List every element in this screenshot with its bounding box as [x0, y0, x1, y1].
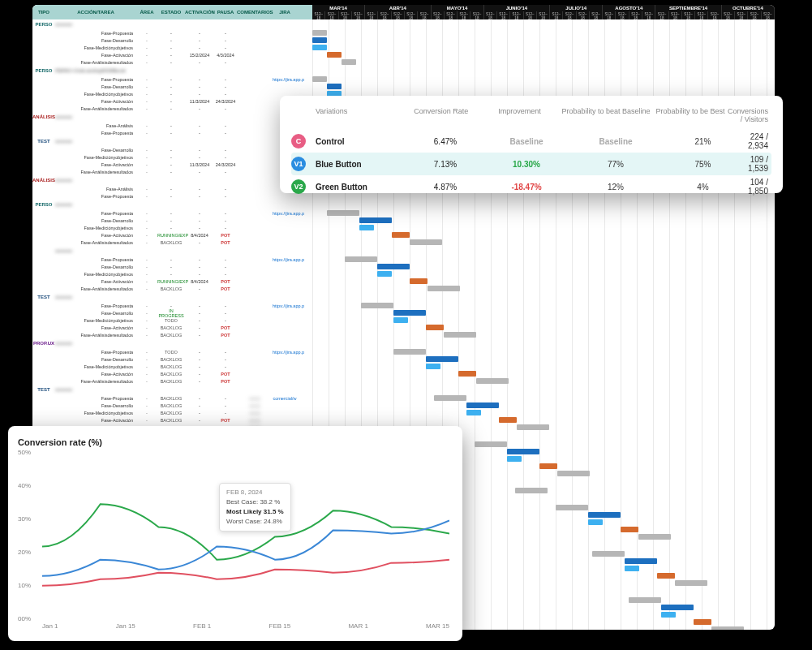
gantt-bar[interactable] [327, 84, 342, 89]
gantt-bar[interactable] [557, 471, 590, 476]
task-row[interactable]: Fase-Mediciónyobjetivos---- [32, 44, 312, 51]
task-row[interactable]: Fase-Análisisderesultados---- [32, 168, 312, 175]
ab-row[interactable]: V2Green Button4.87%-18.47%12%4%104 / 1,8… [291, 175, 771, 198]
task-row[interactable]: Fase-Activación--15/2/20244/3/2024 [32, 51, 312, 58]
gantt-bar[interactable] [588, 519, 603, 525]
task-row[interactable]: Fase-Desarrollo-BACKLOG-- [32, 355, 312, 363]
gantt-bar[interactable] [410, 278, 427, 284]
gantt-bar[interactable] [359, 225, 374, 230]
task-row[interactable]: Fase-Propuesta---- [32, 129, 312, 136]
gantt-bar[interactable] [345, 256, 377, 262]
gantt-bar[interactable] [476, 378, 509, 384]
task-row[interactable]: Fase-Activación-RUNNING/EXP8/4/2024POT [32, 278, 312, 285]
task-row[interactable]: Fase-Propuesta----https://jira.app.p [32, 75, 312, 83]
task-row[interactable]: Fase-Mediciónyobjetivos---- [32, 90, 312, 97]
task-row[interactable]: Fase-Desarrollo-IN PROGRESS-- [32, 309, 312, 316]
task-row[interactable]: Fase-Análisis---- [32, 185, 312, 192]
task-row[interactable]: Fase-Propuesta----https://jira.app.p [32, 209, 312, 217]
gantt-bar[interactable] [556, 505, 588, 510]
gantt-bar[interactable] [475, 441, 507, 447]
task-row[interactable]: Fase-Análisisderesultados-BACKLOG-POT [32, 239, 312, 246]
task-row[interactable]: Fase-Activación-BACKLOG-POT [32, 324, 312, 331]
task-group-header[interactable]: PERSOPERSO-ClubLandingMGMBevel: [32, 66, 312, 75]
task-row[interactable]: Fase-Mediciónyobjetivos-TODO-- [32, 316, 312, 324]
gantt-bar[interactable] [410, 239, 442, 245]
task-group-header[interactable]: TESTxxxxxxx [32, 292, 312, 302]
task-row[interactable]: Fase-Mediciónyobjetivos-BACKLOG-- [32, 363, 312, 370]
gantt-bar[interactable] [361, 303, 393, 308]
task-row[interactable]: Fase-Propuesta-TODO--https://jira.app.p [32, 348, 312, 355]
ab-row[interactable]: V1Blue Button7.13%10.30%77%75%109 / 1,53… [291, 153, 771, 175]
task-row[interactable]: Fase-Análisisderesultados-BACKLOG-POT [32, 285, 312, 292]
gantt-bar[interactable] [507, 456, 522, 462]
gantt-bar[interactable] [515, 488, 548, 493]
task-row[interactable]: Fase-Activación-RUNNING/EXP8/4/2024POT [32, 231, 312, 239]
gantt-bar[interactable] [327, 52, 342, 58]
gantt-bar[interactable] [393, 349, 426, 355]
task-row[interactable]: Fase-Análisis---- [32, 122, 312, 129]
task-row[interactable]: Fase-Desarrollo---- [32, 83, 312, 90]
task-jira-link[interactable]: comercial/w [273, 396, 297, 401]
gantt-bar[interactable] [625, 566, 639, 571]
task-group-header[interactable]: ANÁLISISxxxxxxx [32, 112, 312, 122]
gantt-bar[interactable] [393, 310, 426, 316]
gantt-bar[interactable] [657, 573, 675, 579]
gantt-bar[interactable] [592, 551, 625, 557]
task-row[interactable]: Fase-Desarrollo-BACKLOG--xxxxx [32, 402, 312, 409]
task-row[interactable]: Fase-Activación-BACKLOG-POT [32, 370, 312, 377]
gantt-bar[interactable] [499, 417, 517, 423]
gantt-bar[interactable] [694, 619, 711, 625]
gantt-bar[interactable] [434, 395, 466, 401]
gantt-bar[interactable] [638, 534, 671, 540]
gantt-bar[interactable] [444, 332, 476, 338]
task-group-header[interactable]: xxxxxxx [32, 246, 312, 256]
task-row[interactable]: Fase-Propuesta---- [32, 192, 312, 200]
gantt-bar[interactable] [427, 286, 460, 291]
task-row[interactable]: Fase-Mediciónyobjetivos-BACKLOG--xxxxx [32, 409, 312, 416]
task-row[interactable]: Fase-Desarrollo---- [32, 37, 312, 44]
task-jira-link[interactable]: https://jira.app.p [273, 257, 297, 262]
task-row[interactable]: Fase-Activación-BACKLOG-POTxxxxx [32, 416, 312, 424]
gantt-bar[interactable] [517, 424, 549, 430]
gantt-bar[interactable] [312, 76, 327, 82]
gantt-bar[interactable] [621, 527, 638, 532]
gantt-bar[interactable] [661, 605, 694, 610]
gantt-bar[interactable] [539, 463, 557, 469]
gantt-bar[interactable] [426, 356, 458, 362]
task-jira-link[interactable]: https://jira.app.p [273, 350, 297, 355]
gantt-bar[interactable] [342, 59, 356, 65]
gantt-bar[interactable] [312, 37, 327, 43]
task-group-header[interactable]: PERSOxxxxxxx [32, 19, 312, 29]
gantt-bar[interactable] [458, 371, 476, 377]
gantt-bar[interactable] [466, 402, 499, 408]
task-row[interactable]: Fase-Análisisderesultados-BACKLOG-POT [32, 331, 312, 338]
gantt-bar[interactable] [711, 626, 744, 630]
task-row[interactable]: Fase-Análisisderesultados-BACKLOG-POT [32, 377, 312, 385]
task-row[interactable]: Fase-Desarrollo---- [32, 263, 312, 270]
gantt-bar[interactable] [312, 45, 327, 50]
task-row[interactable]: Fase-Mediciónyobjetivos---- [32, 153, 312, 161]
task-group-header[interactable]: PROP.UXxxxxxxx [32, 338, 312, 348]
task-row[interactable]: Fase-Mediciónyobjetivos---- [32, 270, 312, 278]
task-row[interactable]: Fase-Desarrollo---- [32, 146, 312, 153]
gantt-bar[interactable] [661, 612, 676, 618]
gantt-bar[interactable] [426, 364, 440, 369]
gantt-bar[interactable] [393, 317, 408, 323]
gantt-bar[interactable] [625, 558, 657, 564]
task-group-header[interactable]: TESTxxxxxxx [32, 385, 312, 394]
task-row[interactable]: Fase-Mediciónyobjetivos---- [32, 224, 312, 231]
gantt-bar[interactable] [507, 449, 539, 454]
gantt-bar[interactable] [392, 232, 410, 238]
gantt-bar[interactable] [359, 217, 392, 223]
task-row[interactable]: Fase-Propuesta-BACKLOG--xxxxxcomercial/w [32, 394, 312, 402]
gantt-bar[interactable] [675, 580, 707, 586]
task-jira-link[interactable]: https://jira.app.p [273, 211, 297, 216]
task-jira-link[interactable]: https://jira.app.p [273, 303, 297, 308]
gantt-bar[interactable] [327, 210, 359, 216]
gantt-bar[interactable] [588, 512, 621, 518]
task-row[interactable]: Fase-Propuesta---- [32, 29, 312, 37]
gantt-bar[interactable] [629, 597, 661, 603]
gantt-bar[interactable] [312, 30, 327, 36]
task-row[interactable]: Fase-Propuesta----https://jira.app.p [32, 256, 312, 263]
gantt-bar[interactable] [426, 325, 444, 330]
